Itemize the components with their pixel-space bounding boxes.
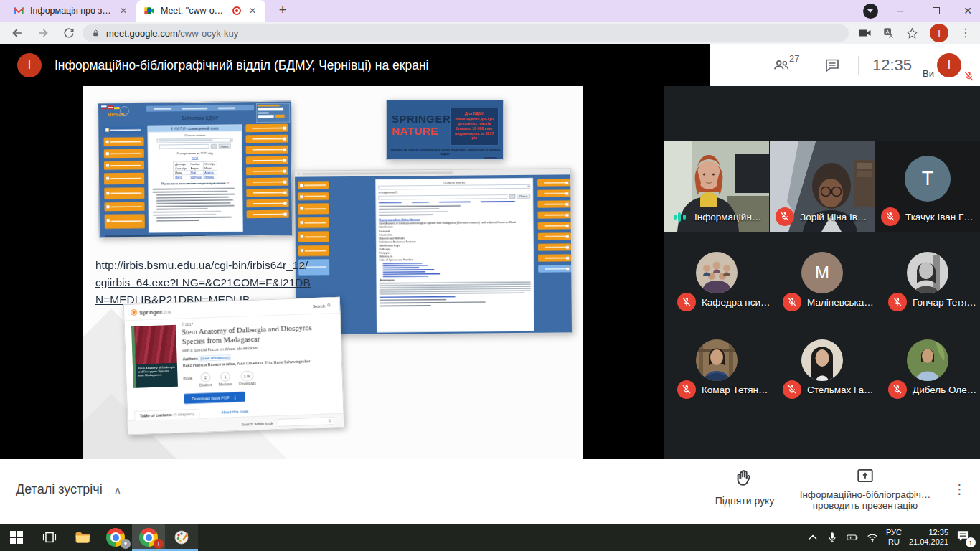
affiliations-link[interactable]: (view affiliations) — [199, 355, 231, 362]
banner-access-box: Для БДМУ налагоджено доступ до повних те… — [450, 108, 499, 146]
found-checkbox[interactable]: в найденном — [379, 189, 530, 194]
participant-name: Маліневська… — [807, 297, 874, 308]
irbis-search-panel: К Н И Г И - совмещенный поиск Область по… — [147, 124, 243, 232]
participant-tile[interactable]: T Ткачук Іван Г… — [875, 141, 980, 232]
you-label: Ви — [923, 68, 934, 79]
hand-icon — [734, 468, 755, 489]
participant-name: Стельмах Га… — [807, 385, 874, 395]
taskbar-clock[interactable]: 12:3521.04.2021 — [909, 528, 948, 547]
irbis2-results-panel: Область поиска ▾ в найденном Поиск — [375, 178, 534, 333]
participant-name: Гончар Тетя… — [913, 297, 976, 308]
irbis2-right-menu[interactable] — [537, 179, 571, 272]
browser-menu-kebab-icon[interactable]: ⋮ — [960, 26, 971, 39]
tray-wifi-icon[interactable] — [866, 531, 879, 544]
tab-close-icon[interactable]: ✕ — [118, 5, 129, 17]
presenting-status[interactable]: Інформаційно-бібліографіч… проводить пре… — [795, 466, 936, 511]
task-view-button[interactable] — [33, 524, 66, 551]
raise-hand-button[interactable]: Підняти руку — [702, 468, 788, 507]
paint-button[interactable] — [165, 524, 198, 551]
mic-off-icon — [779, 211, 791, 222]
minimize-button[interactable]: – — [888, 0, 913, 22]
irbis-top-nav — [146, 105, 254, 112]
translate-icon[interactable] — [882, 27, 895, 39]
search-button[interactable]: Поиск — [517, 194, 530, 198]
present-icon — [856, 466, 875, 485]
springerlink-search[interactable]: Search — [313, 303, 332, 308]
screen: Інформація про захід - research. ✕ Meet:… — [0, 0, 980, 551]
reload-icon[interactable] — [62, 26, 76, 40]
banner-note: Перехід до текстів здійснюється через WE… — [390, 148, 501, 156]
address-bar[interactable]: meet.google.com/cww-ocyk-kuy — [83, 24, 849, 42]
annotation-block: Аннотация: — [380, 278, 531, 307]
start-button[interactable] — [0, 524, 33, 551]
windows-taskbar: ꔷ I РУСRU 12:3521.04.2021 — [0, 524, 980, 551]
record-links[interactable] — [380, 262, 531, 277]
search-row[interactable]: Поиск — [379, 194, 530, 199]
chrome-profile2-button[interactable]: ꔷ — [99, 524, 132, 551]
tab-about-this-book[interactable]: About this book — [221, 409, 248, 414]
browser-profile-avatar[interactable]: I — [930, 24, 948, 42]
search-button[interactable]: Поиск — [219, 143, 231, 148]
mic-off-badge — [881, 207, 900, 226]
bookmark-star-icon[interactable] — [905, 27, 919, 40]
search-within-input[interactable] — [278, 418, 334, 427]
presenting-line2: проводить презентацію — [795, 500, 936, 511]
irbis-right-menu[interactable] — [245, 124, 288, 219]
mic-off-badge — [783, 380, 801, 399]
more-options-kebab-icon[interactable]: ⋮ — [953, 481, 966, 497]
file-explorer-button[interactable] — [66, 524, 99, 551]
language-indicator[interactable]: РУСRU — [886, 528, 902, 547]
meet-header-right: 27 12:35 Ви I — [710, 44, 980, 86]
windows-logo-icon — [10, 531, 23, 544]
months-table[interactable]: ДекабрьНоябрьОктябрь СентябрьАвгустИюль … — [174, 161, 217, 179]
browser-tab-strip: Інформація про захід - research. ✕ Meet:… — [0, 0, 980, 22]
chat-icon[interactable] — [824, 57, 841, 74]
participant-tile[interactable]: Інформаційн… — [664, 141, 769, 232]
paint-icon — [173, 529, 190, 546]
book-info: © 2017 Stem Anatomy of Dalbergia and Dio… — [182, 317, 339, 404]
irbis-left-menu[interactable] — [103, 126, 144, 229]
mic-off-badge — [783, 293, 801, 311]
meeting-clock: 12:35 — [872, 56, 912, 75]
forward-icon[interactable] — [36, 26, 50, 40]
meet-icon — [143, 5, 155, 17]
participant-photo-avatar — [907, 252, 948, 293]
tab-close-icon[interactable]: ✕ — [247, 5, 258, 17]
presenting-line1: Інформаційно-бібліографіч… — [795, 489, 936, 500]
tab-meet[interactable]: Meet: "cww-ocyk-kuy" ✕ — [136, 0, 265, 22]
search-area-select[interactable]: ▾ — [157, 138, 232, 143]
participants-button[interactable]: 27 — [772, 56, 791, 77]
meeting-details-label: Деталі зустрічі — [16, 482, 103, 497]
camera-in-use-icon[interactable] — [858, 26, 872, 40]
search-area-select[interactable]: ▾ — [379, 184, 530, 189]
mini-browser-bar — [295, 169, 572, 176]
meeting-details-button[interactable]: Деталі зустрічі ∧ — [16, 482, 121, 497]
tray-mic-icon[interactable] — [826, 531, 839, 544]
tray-chevron-up-icon[interactable] — [807, 532, 819, 543]
nature-wordmark: NATURE — [392, 125, 438, 137]
new-tab-button[interactable]: + — [274, 2, 291, 19]
download-book-pdf-button[interactable]: Download book PDF⭳ — [184, 392, 245, 404]
meet-header: I Інформаційно-бібліографічний відділ (Б… — [0, 44, 980, 86]
action-center-button[interactable]: 1 — [956, 529, 974, 546]
dictionary-links[interactable] — [379, 201, 530, 203]
year-link[interactable]: 2021 — [148, 156, 242, 161]
participant-initial-avatar: T — [905, 156, 951, 202]
system-tray: РУСRU 12:3521.04.2021 1 — [807, 524, 980, 551]
close-window-button[interactable]: ✕ — [957, 0, 979, 22]
browser-profile-chip[interactable] — [858, 0, 882, 22]
browser-toolbar: meet.google.com/cww-ocyk-kuy I ⋮ — [0, 22, 980, 44]
chrome-active-button[interactable]: I — [132, 524, 165, 551]
back-icon[interactable] — [10, 26, 24, 40]
tab-gmail[interactable]: Інформація про захід - research. ✕ — [6, 0, 136, 22]
you-avatar[interactable]: I — [937, 53, 961, 77]
participants-count: 27 — [789, 53, 799, 64]
banner-corner-text: червень… — [484, 156, 500, 159]
meet-bottom-bar: Деталі зустрічі ∧ Підняти руку Інформаці… — [0, 459, 980, 524]
participant-tile[interactable]: Зорій Ніна Ів… — [770, 141, 875, 232]
restore-button[interactable] — [924, 0, 948, 22]
mic-off-badge — [677, 293, 696, 311]
mic-off-badge — [888, 380, 907, 399]
search-row[interactable]: Поиск — [148, 143, 242, 149]
tray-battery-icon[interactable] — [846, 531, 859, 544]
